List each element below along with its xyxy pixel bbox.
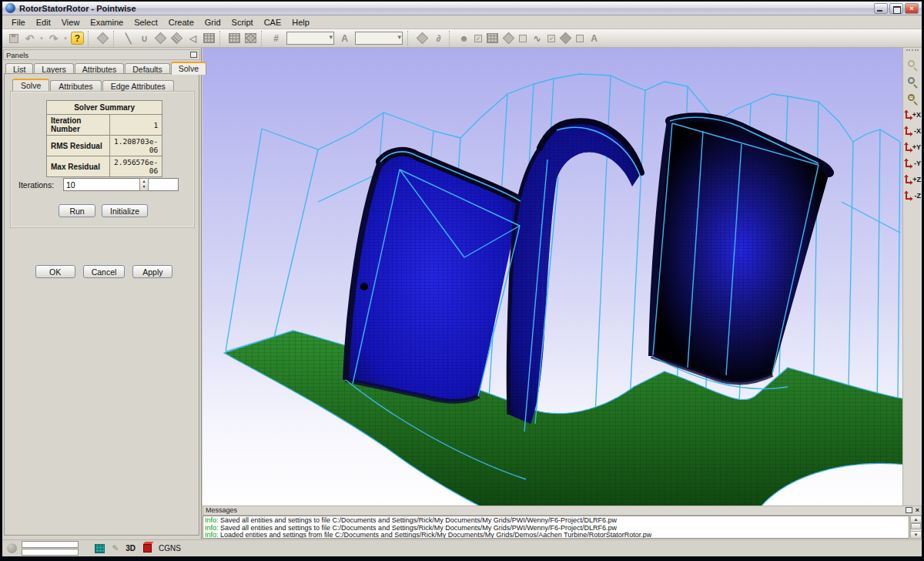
messages-float-icon[interactable]: [906, 507, 912, 513]
zoom-fit-button[interactable]: [905, 91, 921, 107]
assemble-block-button[interactable]: [202, 31, 216, 45]
cancel-button[interactable]: Cancel: [83, 265, 126, 278]
view-minus-x-button[interactable]: -X: [904, 124, 921, 139]
iterations-spinner[interactable]: ▴▾: [139, 178, 149, 191]
create-connector-button[interactable]: ╲: [121, 31, 136, 45]
zoom-box-button[interactable]: [905, 74, 921, 90]
angle-button[interactable]: A: [337, 31, 352, 45]
domain-icon: [155, 32, 167, 45]
shaded-visibility-checkbox[interactable]: [576, 35, 584, 42]
dimension-mode-label: 3D: [126, 544, 136, 553]
menu-examine[interactable]: Examine: [85, 17, 129, 28]
undo-dropdown[interactable]: ▾: [38, 31, 45, 45]
examine-button[interactable]: [415, 31, 430, 45]
viewport-3d-scene: [203, 48, 902, 506]
scroll-down-button[interactable]: ▼: [911, 531, 921, 538]
toolbar-grip[interactable]: [906, 49, 919, 55]
apply-button[interactable]: Apply: [132, 265, 172, 278]
app-icon: [5, 3, 15, 13]
redo-button[interactable]: ↷: [46, 31, 61, 45]
messages-close-icon[interactable]: ×: [916, 507, 919, 513]
ok-button[interactable]: OK: [35, 265, 75, 278]
dimension-combobox[interactable]: [286, 32, 334, 45]
menu-edit[interactable]: Edit: [31, 17, 56, 28]
menu-view[interactable]: View: [56, 17, 85, 28]
app-window: RotorStatorRotor - Pointwise × File Edit…: [0, 0, 924, 561]
undo-button[interactable]: ↶: [22, 31, 37, 45]
messages-scrollbar[interactable]: ▲ ▼: [910, 516, 922, 539]
axis-icon: [906, 110, 912, 119]
tab-solve[interactable]: Solve: [171, 62, 206, 75]
selection-mask-button[interactable]: [95, 31, 110, 45]
database-visibility-checkbox[interactable]: ✓: [474, 35, 482, 42]
display-viewport[interactable]: [203, 48, 902, 506]
menu-create[interactable]: Create: [163, 17, 199, 28]
panels-float-icon[interactable]: [190, 52, 197, 58]
angle-icon: A: [341, 33, 348, 44]
menu-grid[interactable]: Grid: [199, 17, 226, 28]
create-curve-button[interactable]: ∪: [137, 31, 152, 45]
subtab-solve[interactable]: Solve: [12, 79, 49, 91]
view-plus-x-button[interactable]: +X: [904, 108, 921, 123]
status-field-bottom: [22, 549, 79, 556]
cae-cube-icon: [143, 544, 152, 553]
initialize-button[interactable]: Initialize: [102, 204, 148, 217]
subtab-edge-attributes[interactable]: Edge Attributes: [102, 80, 174, 91]
view-minus-z-button[interactable]: -Z: [904, 189, 921, 204]
title-bar: RotorStatorRotor - Pointwise ×: [2, 2, 922, 15]
help-button[interactable]: ?: [70, 31, 85, 45]
zoom-button[interactable]: [905, 57, 921, 73]
view-plus-y-button[interactable]: +Y: [904, 140, 921, 156]
create-domain-button[interactable]: [153, 31, 168, 45]
window-title: RotorStatorRotor - Pointwise: [19, 4, 872, 13]
unstructured-grid-icon: [245, 33, 256, 43]
axis-icon: [906, 126, 912, 135]
selected-point-marker[interactable]: [360, 283, 368, 291]
connector-icon: ╲: [126, 33, 131, 44]
panel-tab-bar: List Layers Attributes Defaults Solve: [5, 62, 207, 74]
partial-derivative-button[interactable]: ∂: [431, 31, 446, 45]
unstructured-grid-button[interactable]: [243, 31, 258, 45]
angle-combobox[interactable]: [355, 32, 403, 45]
menu-script[interactable]: Script: [226, 17, 259, 28]
assemble-domain-button[interactable]: [169, 31, 184, 45]
show-spline-points-button[interactable]: A: [587, 31, 601, 45]
menu-help[interactable]: Help: [286, 17, 315, 28]
axis-label: +X: [912, 111, 921, 119]
subtab-attributes[interactable]: Attributes: [50, 80, 101, 91]
domains-visibility-checkbox[interactable]: [519, 35, 527, 42]
show-connectors-button[interactable]: ∿: [530, 31, 544, 45]
view-minus-y-button[interactable]: -Y: [904, 156, 921, 172]
show-database-button[interactable]: ☻: [457, 31, 471, 45]
close-button[interactable]: ×: [905, 3, 919, 14]
menu-cae[interactable]: CAE: [259, 17, 287, 28]
menu-select[interactable]: Select: [129, 17, 163, 28]
blocks-icon: [487, 33, 498, 43]
mask-icon: [97, 32, 109, 45]
view-plus-z-button[interactable]: +Z: [904, 173, 921, 188]
toolbar-separator: [219, 31, 224, 46]
panels-dock: Panels List Layers Attributes Defaults S…: [2, 48, 202, 539]
extrude-button[interactable]: ◁: [186, 31, 200, 45]
structured-grid-button[interactable]: [227, 31, 242, 45]
show-shaded-button[interactable]: [558, 31, 573, 45]
messages-title: Messages: [206, 506, 237, 514]
curve-icon: ∪: [141, 33, 148, 44]
restore-button[interactable]: [889, 3, 903, 14]
block-icon: [203, 33, 215, 43]
scroll-up-button[interactable]: ▲: [911, 516, 921, 523]
run-button[interactable]: Run: [59, 204, 95, 217]
show-domains-button[interactable]: [501, 31, 516, 45]
save-button[interactable]: [6, 31, 21, 45]
grid-mode-icon[interactable]: [95, 544, 105, 553]
show-blocks-button[interactable]: [485, 31, 500, 45]
redo-dropdown[interactable]: ▾: [62, 31, 69, 45]
menu-file[interactable]: File: [6, 17, 31, 28]
message-text: Saved all entities and settings to file …: [219, 516, 618, 524]
solver-summary-table: Solver Summary Iteration Number 1 RMS Re…: [46, 100, 162, 177]
iterations-input[interactable]: [63, 178, 179, 191]
minimize-button[interactable]: [874, 3, 888, 14]
connectors-visibility-checkbox[interactable]: ✓: [547, 35, 555, 42]
scrollbar-thumb[interactable]: [911, 523, 921, 529]
dimension-button[interactable]: #: [269, 31, 283, 45]
